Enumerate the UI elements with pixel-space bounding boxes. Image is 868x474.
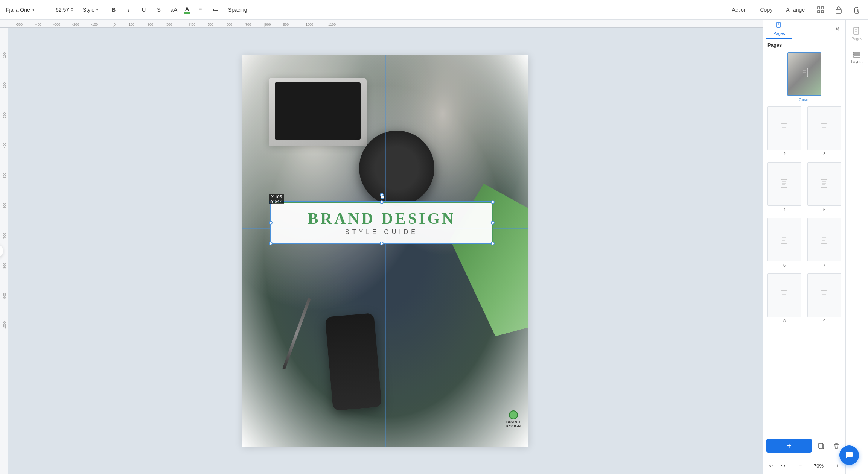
zoom-out-button[interactable]: − xyxy=(795,460,806,471)
svg-text:|400: |400 xyxy=(189,23,195,26)
svg-text:0: 0 xyxy=(114,23,116,26)
undo-button[interactable]: ↩ xyxy=(766,460,777,471)
headphone-element xyxy=(359,131,434,206)
list-button[interactable]: ≔ xyxy=(210,5,221,15)
duplicate-page-button[interactable] xyxy=(815,440,827,452)
style-label: Style xyxy=(83,7,94,13)
page-container[interactable]: BRAND DESIGN STYLE GUIDE xyxy=(242,55,528,447)
svg-text:-300: -300 xyxy=(53,23,60,26)
font-size-down-icon[interactable]: ▼ xyxy=(70,10,73,13)
svg-rect-0 xyxy=(818,7,820,9)
layers-side-label: Layers xyxy=(851,60,862,64)
font-family-selector[interactable]: Fjalla One ▼ xyxy=(6,7,51,13)
page-thumb-5[interactable]: 5 xyxy=(806,161,843,213)
style-selector[interactable]: Style ▼ xyxy=(83,7,99,13)
svg-rect-58 xyxy=(781,235,787,243)
page-thumb-6[interactable]: 6 xyxy=(766,216,803,269)
strikethrough-button[interactable]: S xyxy=(154,5,164,15)
canvas-workspace[interactable]: Page 1/10 ‹ xyxy=(8,28,763,474)
font-size-label: 62.57 xyxy=(56,7,69,13)
page-thumb-2[interactable]: 2 xyxy=(766,105,803,158)
svg-text:-100: -100 xyxy=(91,23,98,26)
layers-side-tab[interactable]: Layers xyxy=(849,47,865,67)
page-thumb-7[interactable]: 7 xyxy=(806,216,843,269)
svg-text:900: 900 xyxy=(3,293,6,299)
align-button[interactable]: ≡ xyxy=(195,5,206,15)
svg-text:1100: 1100 xyxy=(328,23,336,26)
grid-icon[interactable] xyxy=(815,5,826,15)
underline-button[interactable]: U xyxy=(139,5,149,15)
pages-side-tab[interactable]: Pages xyxy=(849,24,864,44)
page-label-4: 4 xyxy=(783,207,786,212)
panel-header: Pages ✕ xyxy=(763,20,845,39)
font-size-selector[interactable]: 62.57 ▲ ▼ xyxy=(56,6,78,13)
undo-redo-controls: ↩ ↪ xyxy=(766,460,789,471)
lock-icon[interactable] xyxy=(833,5,844,15)
tab-pages[interactable]: Pages xyxy=(766,20,792,39)
page-label-6: 6 xyxy=(783,263,786,267)
zoom-in-button[interactable]: + xyxy=(832,460,842,471)
page-thumb-inner-2 xyxy=(767,106,801,150)
watermark: BRAND design xyxy=(506,410,521,428)
horizontal-ruler: -500 -400 -300 -200 -100 0 100 200 300 |… xyxy=(8,20,763,28)
svg-rect-70 xyxy=(821,291,827,299)
spacing-button[interactable]: Spacing xyxy=(225,5,250,14)
svg-rect-62 xyxy=(821,235,827,243)
side-icons-panel: Pages Layers xyxy=(845,20,868,474)
font-family-chevron-icon: ▼ xyxy=(32,8,35,12)
right-panel: Pages ✕ Pages xyxy=(763,20,845,474)
svg-rect-76 xyxy=(854,27,859,34)
text-color-button[interactable]: A xyxy=(184,6,190,14)
page-thumb-inner-4 xyxy=(767,162,801,206)
text-card[interactable]: BRAND DESIGN STYLE GUIDE xyxy=(271,202,493,243)
italic-button[interactable]: I xyxy=(123,5,134,15)
pages-row-1: 2 3 xyxy=(766,105,842,158)
svg-text:400: 400 xyxy=(3,143,6,148)
font-size-up-icon[interactable]: ▲ xyxy=(70,6,73,9)
case-button[interactable]: aA xyxy=(169,5,179,15)
svg-text:300: 300 xyxy=(3,112,6,118)
copy-button[interactable]: Copy xyxy=(757,5,776,14)
page-thumb-4[interactable]: 4 xyxy=(766,161,803,213)
page-label-2: 2 xyxy=(783,152,786,156)
pages-row-3: 6 7 xyxy=(766,216,842,269)
watermark-text: BRAND design xyxy=(506,420,521,428)
svg-text:200: 200 xyxy=(3,82,6,88)
chat-bubble-button[interactable] xyxy=(839,445,859,465)
action-button[interactable]: Action xyxy=(729,5,750,14)
svg-text:200: 200 xyxy=(148,23,153,26)
color-bar xyxy=(184,12,190,14)
cover-label: Cover xyxy=(799,97,810,102)
ruler-corner xyxy=(0,20,8,28)
svg-text:1000: 1000 xyxy=(3,321,6,329)
redo-button[interactable]: ↪ xyxy=(778,460,789,471)
watermark-dot xyxy=(509,410,518,419)
pages-grid[interactable]: Cover 2 xyxy=(763,49,845,434)
divider-1 xyxy=(104,5,104,14)
page-thumb-8[interactable]: 8 xyxy=(766,272,803,325)
laptop-screen xyxy=(275,82,361,140)
svg-text:100: 100 xyxy=(129,23,134,26)
panel-close-button[interactable]: ✕ xyxy=(832,24,842,35)
font-family-label: Fjalla One xyxy=(6,7,30,13)
svg-rect-54 xyxy=(821,179,827,188)
page-thumb-9[interactable]: 9 xyxy=(806,272,843,325)
add-page-button[interactable]: + xyxy=(766,439,812,453)
svg-text:900: 900 xyxy=(283,23,289,26)
page-label-8: 8 xyxy=(783,319,786,323)
svg-rect-79 xyxy=(853,52,860,53)
bold-button[interactable]: B xyxy=(108,5,119,15)
svg-text:100: 100 xyxy=(3,52,6,58)
page-thumb-cover[interactable]: Cover xyxy=(766,52,842,102)
delete-icon[interactable] xyxy=(851,5,862,15)
pages-row-2: 4 5 xyxy=(766,161,842,213)
svg-text:-200: -200 xyxy=(72,23,79,26)
canvas-area[interactable]: -500 -400 -300 -200 -100 0 100 200 300 |… xyxy=(0,20,763,474)
arrange-button[interactable]: Arrange xyxy=(783,5,808,14)
svg-rect-1 xyxy=(821,7,824,9)
panel-footer: + xyxy=(763,434,845,457)
svg-text:500: 500 xyxy=(3,173,6,178)
toolbar: Fjalla One ▼ 62.57 ▲ ▼ Style ▼ B I U S a… xyxy=(0,0,868,20)
pages-side-label: Pages xyxy=(851,37,862,41)
page-thumb-3[interactable]: 3 xyxy=(806,105,843,158)
